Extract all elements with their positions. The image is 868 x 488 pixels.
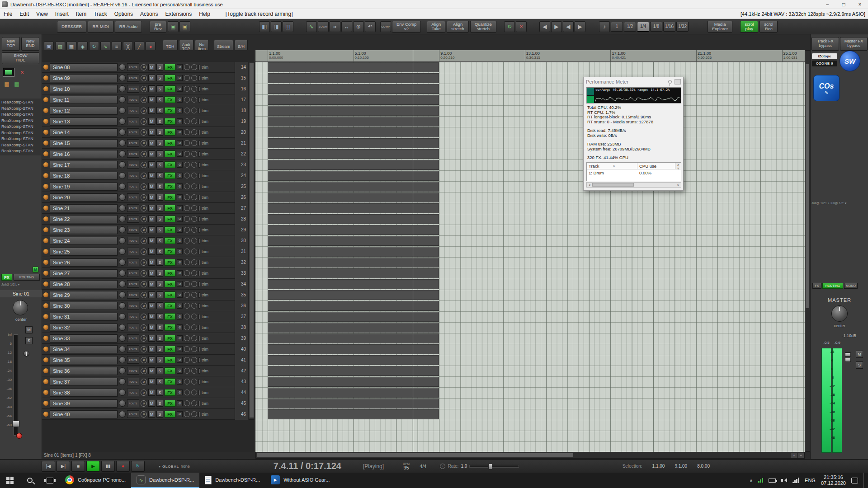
env1-button[interactable] <box>184 216 190 222</box>
route-button[interactable]: ROUTE <box>127 85 139 93</box>
track-row[interactable]: Sine 08ROUTEøMSFX⊘trim14 <box>42 62 248 73</box>
track-color-icon[interactable] <box>43 390 48 395</box>
record-button[interactable]: ● <box>116 461 130 472</box>
track-color-icon[interactable] <box>43 86 48 91</box>
ozone-badge[interactable]: OZONE 9 <box>812 61 837 66</box>
track-color-icon[interactable] <box>43 97 48 102</box>
trim-fader-icon[interactable] <box>198 108 200 113</box>
env2-button[interactable] <box>191 379 197 385</box>
cos-logo[interactable]: COs∿ <box>813 75 840 101</box>
fx-chain-item[interactable]: ReaXcomp-STAN <box>1 148 42 155</box>
phase-button[interactable]: ø <box>141 194 147 201</box>
menu-view[interactable]: View <box>33 10 52 18</box>
route-button[interactable]: ROUTE <box>127 226 139 234</box>
track-name[interactable]: Sine 11 <box>50 96 118 104</box>
trim-fader-icon[interactable] <box>198 227 200 233</box>
solo-button[interactable]: S <box>156 118 163 125</box>
pin-icon[interactable] <box>668 80 672 84</box>
align-take-button[interactable]: Align Take <box>427 21 445 33</box>
phase-button[interactable]: ø <box>141 173 147 179</box>
zoom-wave-icon[interactable]: ≈ <box>330 21 340 32</box>
track-row[interactable]: Sine 13ROUTEøMSFX⊘trim19 <box>42 116 248 127</box>
track-name[interactable]: Sine 32 <box>50 324 118 332</box>
mute-button[interactable]: M <box>148 96 155 103</box>
env2-button[interactable] <box>191 118 197 124</box>
fx-bypass-button[interactable]: ⊘ <box>177 270 183 276</box>
route-button[interactable]: ROUTE <box>127 389 139 396</box>
track-row[interactable]: Sine 34ROUTEøMSFX⊘trim40 <box>42 344 248 355</box>
recarm-knob[interactable] <box>119 226 126 233</box>
mute-button[interactable]: M <box>148 335 155 342</box>
track-color-icon[interactable] <box>43 238 48 243</box>
mute-button[interactable]: M <box>148 248 155 255</box>
bpm-display[interactable]: BPM95 <box>403 462 410 470</box>
recarm-knob[interactable] <box>119 335 126 342</box>
layout-left-icon[interactable]: ◧ <box>259 21 270 32</box>
trim-knob[interactable] <box>24 351 29 357</box>
phase-button[interactable]: ø <box>141 129 147 136</box>
scroll-right-icon[interactable]: > <box>675 183 681 187</box>
recarm-knob[interactable] <box>119 378 126 385</box>
track-name[interactable]: Sine 15 <box>50 139 118 147</box>
recarm-knob[interactable] <box>119 367 126 374</box>
recarm-knob[interactable] <box>119 140 126 146</box>
track-color-icon[interactable] <box>43 412 48 417</box>
pan-knob[interactable] <box>13 300 28 315</box>
recarm-knob[interactable] <box>119 107 126 114</box>
master-mute-button[interactable]: M <box>856 351 863 358</box>
env1-button[interactable] <box>184 346 190 352</box>
mute-button[interactable]: M <box>148 194 155 201</box>
master-solo-button[interactable]: S <box>856 361 863 369</box>
track-row[interactable]: Sine 37ROUTEøMSFX⊘trim43 <box>42 376 248 387</box>
track-name[interactable]: Sine 10 <box>50 85 118 93</box>
show-desktop-button[interactable] <box>863 473 865 488</box>
track-color-icon[interactable] <box>43 357 48 362</box>
env1-button[interactable] <box>184 227 190 233</box>
env2-button[interactable] <box>191 162 197 168</box>
solo-button[interactable]: S <box>156 248 163 255</box>
fx-bypass-button[interactable]: ⊘ <box>177 411 183 417</box>
fx-button[interactable]: FX <box>165 172 175 179</box>
track-color-icon[interactable] <box>43 292 48 297</box>
trim-fader-icon[interactable] <box>198 303 200 309</box>
grid-1-button[interactable]: 1 <box>611 22 623 32</box>
fx-button[interactable]: FX <box>165 259 175 266</box>
mute-button[interactable]: M <box>148 183 155 190</box>
fx-bypass-button[interactable]: ⊘ <box>177 292 183 298</box>
arrange-view[interactable] <box>255 62 805 452</box>
solo-button[interactable]: S <box>156 389 163 396</box>
trim-fader-icon[interactable] <box>198 130 200 135</box>
trim-fader-icon[interactable] <box>198 325 200 330</box>
fx-button[interactable]: FX <box>165 270 175 277</box>
selected-track-fx-button[interactable]: FX <box>1 274 12 281</box>
track-name[interactable]: Sine 28 <box>50 280 118 288</box>
master-fx-bypass-button[interactable]: Master FX bypass <box>840 37 868 51</box>
media-item[interactable] <box>268 279 439 289</box>
fx-bypass-button[interactable]: ⊘ <box>177 238 183 244</box>
track-name[interactable]: Sine 27 <box>50 269 118 277</box>
env2-button[interactable] <box>191 357 197 363</box>
solo-button[interactable]: S <box>156 346 163 352</box>
media-item[interactable] <box>268 290 439 300</box>
track-name[interactable]: Sine 33 <box>50 334 118 343</box>
menu-insert[interactable]: Insert <box>52 10 72 18</box>
env1-button[interactable] <box>184 129 190 135</box>
show-hide-button[interactable]: SHOW/ HIDE <box>2 52 39 64</box>
master-fx-button[interactable]: FX <box>812 283 821 289</box>
trim-fader-icon[interactable] <box>198 86 200 92</box>
fx-button[interactable]: FX <box>165 389 175 396</box>
comp-label-icon[interactable]: COMP <box>380 21 391 32</box>
solo-button[interactable]: S <box>156 357 163 363</box>
env1-button[interactable] <box>184 335 190 341</box>
selected-track-mute-badge[interactable]: M <box>33 267 38 272</box>
fx-bypass-button[interactable]: ⊘ <box>177 118 183 124</box>
master-fader-left[interactable] <box>845 352 851 357</box>
route-button[interactable]: ROUTE <box>127 302 139 310</box>
arrange-vertical-scrollbar[interactable] <box>805 50 810 452</box>
solo-button[interactable]: S <box>156 216 163 222</box>
fx-button[interactable]: FX <box>165 324 175 331</box>
tray-expand-icon[interactable]: ∧ <box>750 478 753 483</box>
solo-button[interactable]: S <box>156 237 163 244</box>
env2-button[interactable] <box>191 205 197 211</box>
next-marker-icon[interactable]: ▶ <box>551 21 562 32</box>
